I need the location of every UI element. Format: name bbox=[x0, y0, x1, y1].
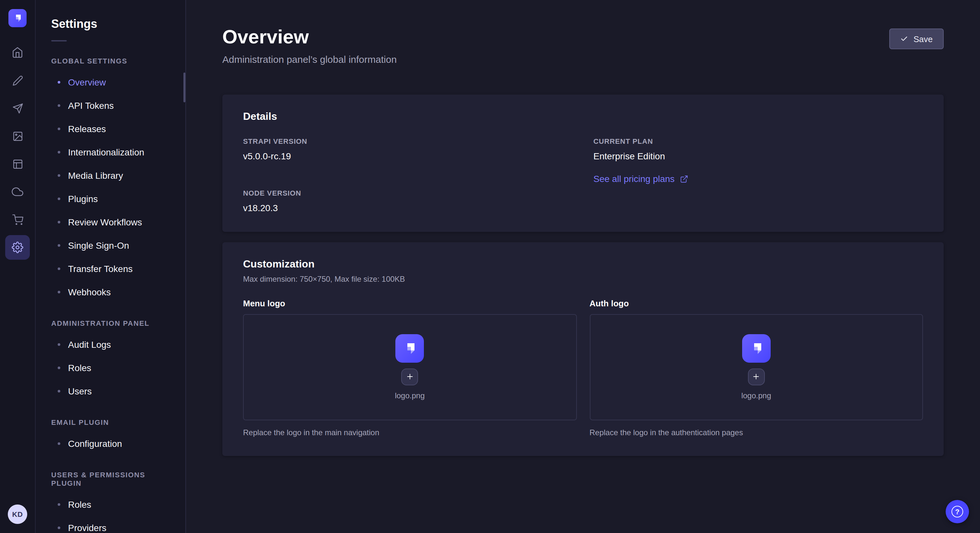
field-strapi-version: STRAPI VERSION v5.0.0-rc.19 bbox=[243, 137, 573, 162]
sidebar-section-heading: EMAIL PLUGIN bbox=[36, 418, 185, 427]
strapi-logo-icon bbox=[402, 340, 418, 356]
bullet-icon bbox=[58, 221, 60, 224]
auth-logo-filename: logo.png bbox=[741, 391, 771, 401]
sidebar-item-audit-logs[interactable]: Audit Logs bbox=[36, 333, 185, 356]
strapi-logo[interactable] bbox=[8, 9, 27, 27]
sidebar-item-plugins[interactable]: Plugins bbox=[36, 187, 185, 211]
sidebar-item-up-roles[interactable]: Roles bbox=[36, 493, 185, 516]
plus-icon bbox=[406, 373, 414, 381]
save-button-label: Save bbox=[913, 34, 933, 44]
sidebar-item-label: Users bbox=[68, 386, 92, 397]
menu-logo-label: Menu logo bbox=[243, 298, 576, 309]
sidebar-item-single-sign-on[interactable]: Single Sign-On bbox=[36, 234, 185, 257]
sidebar-section-users-permissions-plugin: USERS & PERMISSIONS PLUGIN Roles Provide… bbox=[36, 471, 185, 533]
rail-item-settings[interactable] bbox=[5, 235, 30, 260]
sidebar-item-up-providers[interactable]: Providers bbox=[36, 516, 185, 533]
bullet-icon bbox=[58, 268, 60, 270]
bullet-icon bbox=[58, 244, 60, 247]
sidebar-item-admin-roles[interactable]: Roles bbox=[36, 356, 185, 379]
sidebar-item-transfer-tokens[interactable]: Transfer Tokens bbox=[36, 257, 185, 281]
strapi-logo-icon bbox=[749, 340, 764, 356]
user-avatar[interactable]: KD bbox=[8, 504, 27, 524]
details-right-column: CURRENT PLAN Enterprise Edition See all … bbox=[593, 137, 923, 214]
sidebar-section-heading: ADMINISTRATION PANEL bbox=[36, 319, 185, 328]
field-label: CURRENT PLAN bbox=[593, 137, 923, 146]
rail-item-content-manager[interactable] bbox=[5, 152, 30, 176]
pricing-plans-link-label: See all pricing plans bbox=[593, 174, 675, 184]
bullet-icon bbox=[58, 198, 60, 200]
bullet-icon bbox=[58, 443, 60, 445]
page-title: Overview bbox=[222, 26, 397, 48]
sidebar-section-heading: GLOBAL SETTINGS bbox=[36, 57, 185, 65]
save-button[interactable]: Save bbox=[889, 29, 944, 49]
rail-item-marketplace[interactable] bbox=[5, 207, 30, 232]
layout-icon bbox=[12, 159, 23, 169]
menu-logo-hint: Replace the logo in the main navigation bbox=[243, 428, 576, 438]
page-header: Overview Administration panel’s global i… bbox=[222, 26, 944, 66]
bullet-icon bbox=[58, 174, 60, 177]
sidebar-section-administration-panel: ADMINISTRATION PANEL Audit Logs Roles Us… bbox=[36, 319, 185, 403]
bullet-icon bbox=[58, 104, 60, 107]
bullet-icon bbox=[58, 81, 60, 84]
field-current-plan: CURRENT PLAN Enterprise Edition bbox=[593, 137, 923, 162]
plus-icon bbox=[752, 373, 760, 381]
menu-logo-add-button[interactable] bbox=[401, 368, 418, 385]
pricing-plans-link[interactable]: See all pricing plans bbox=[593, 174, 688, 184]
bullet-icon bbox=[58, 366, 60, 369]
bullet-icon bbox=[58, 291, 60, 293]
help-button[interactable]: ? bbox=[946, 500, 969, 523]
sidebar-item-review-workflows[interactable]: Review Workflows bbox=[36, 211, 185, 234]
menu-logo-upload: Menu logo bbox=[243, 298, 576, 438]
sidebar-item-label: Roles bbox=[68, 499, 91, 510]
menu-logo-filename: logo.png bbox=[395, 391, 425, 401]
sidebar-item-api-tokens[interactable]: API Tokens bbox=[36, 94, 185, 117]
sidebar-item-label: Plugins bbox=[68, 194, 98, 204]
auth-logo-upload: Auth logo bbox=[590, 298, 923, 438]
sidebar-item-webhooks[interactable]: Webhooks bbox=[36, 281, 185, 304]
sidebar-scrollbar-thumb[interactable] bbox=[183, 73, 185, 102]
main-content: Overview Administration panel’s global i… bbox=[186, 0, 980, 533]
logo-uploads: Menu logo bbox=[243, 298, 923, 438]
sidebar-section-email-plugin: EMAIL PLUGIN Configuration bbox=[36, 418, 185, 455]
field-value: Enterprise Edition bbox=[593, 151, 923, 162]
auth-logo-hint: Replace the logo in the authentication p… bbox=[590, 428, 923, 438]
sidebar-item-label: API Tokens bbox=[68, 100, 114, 111]
rail-item-home[interactable] bbox=[5, 40, 30, 65]
sidebar-item-releases[interactable]: Releases bbox=[36, 117, 185, 141]
sidebar-item-label: Single Sign-On bbox=[68, 240, 129, 251]
question-mark-icon: ? bbox=[951, 506, 963, 517]
paper-plane-icon bbox=[12, 103, 23, 114]
field-value: v18.20.3 bbox=[243, 203, 573, 214]
menu-logo-preview bbox=[396, 334, 424, 362]
rail-item-deploy[interactable] bbox=[5, 179, 30, 204]
sidebar-item-label: Configuration bbox=[68, 438, 122, 449]
rail-item-releases[interactable] bbox=[5, 96, 30, 121]
pictures-icon bbox=[12, 130, 23, 141]
auth-logo-dropzone[interactable]: logo.png bbox=[590, 314, 923, 420]
bullet-icon bbox=[58, 503, 60, 506]
sidebar-item-label: Media Library bbox=[68, 170, 123, 181]
sidebar-title: Settings bbox=[36, 17, 185, 31]
sidebar-item-label: Roles bbox=[68, 363, 91, 373]
rail-item-media-library[interactable] bbox=[5, 124, 30, 148]
customization-card-title: Customization bbox=[243, 258, 923, 271]
sidebar-item-media-library[interactable]: Media Library bbox=[36, 164, 185, 187]
bullet-icon bbox=[58, 527, 60, 529]
details-card-title: Details bbox=[243, 110, 923, 123]
sidebar-section-global-settings: GLOBAL SETTINGS Overview API Tokens Rele… bbox=[36, 57, 185, 304]
sidebar-item-label: Internationalization bbox=[68, 147, 144, 157]
settings-icon bbox=[12, 241, 23, 253]
menu-logo-dropzone[interactable]: logo.png bbox=[243, 314, 576, 420]
rail-icon-list bbox=[5, 40, 30, 260]
sidebar-item-admin-users[interactable]: Users bbox=[36, 379, 185, 403]
sidebar-item-email-configuration[interactable]: Configuration bbox=[36, 432, 185, 455]
sidebar-item-overview[interactable]: Overview bbox=[36, 71, 185, 94]
sidebar-item-internationalization[interactable]: Internationalization bbox=[36, 141, 185, 164]
check-icon bbox=[900, 35, 908, 43]
sidebar-item-label: Audit Logs bbox=[68, 339, 111, 350]
auth-logo-add-button[interactable] bbox=[748, 368, 765, 385]
customization-card: Customization Max dimension: 750×750, Ma… bbox=[222, 242, 944, 456]
sidebar-item-label: Transfer Tokens bbox=[68, 263, 132, 274]
rail-item-content-builder[interactable] bbox=[5, 68, 30, 93]
field-label: NODE VERSION bbox=[243, 189, 573, 198]
